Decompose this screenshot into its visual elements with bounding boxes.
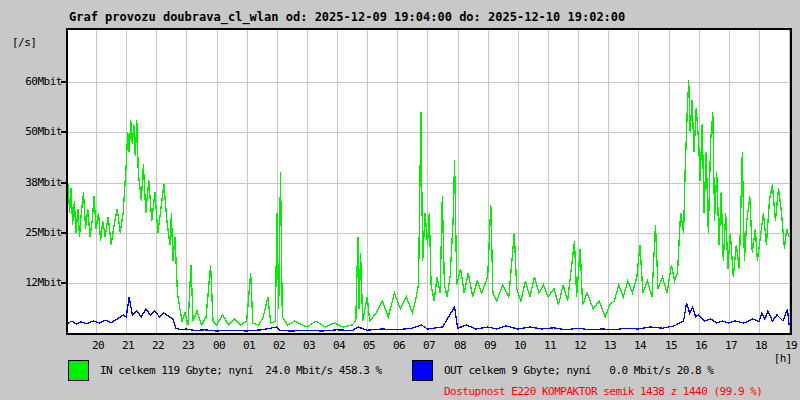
plot-area	[66, 28, 792, 335]
x-axis-label: 18	[747, 340, 775, 352]
y-axis-label: 12Mbit	[0, 277, 62, 289]
y-axis-tick	[61, 131, 66, 133]
x-axis-label: 09	[476, 340, 504, 352]
x-axis-label: 15	[657, 340, 685, 352]
y-axis-unit-label: [/s]	[12, 36, 37, 49]
x-axis-label: 03	[295, 340, 323, 352]
x-axis-label: 04	[325, 340, 353, 352]
x-axis-label: 22	[144, 340, 172, 352]
out-legend-swatch	[412, 360, 433, 381]
x-axis-label: 21	[114, 340, 142, 352]
in-legend-label: IN celkem 119 Gbyte; nyní 24.0 Mbit/s 45…	[100, 364, 382, 377]
y-axis-tick	[61, 282, 66, 284]
x-axis-label: 10	[506, 340, 534, 352]
in-legend-swatch	[68, 360, 89, 381]
x-axis-label: 05	[355, 340, 383, 352]
traffic-plot-svg	[68, 30, 790, 333]
x-axis-label: 13	[596, 340, 624, 352]
x-axis-label: 11	[536, 340, 564, 352]
x-axis-label: 19	[777, 340, 800, 352]
y-axis-tick	[61, 81, 66, 83]
x-axis-label: 16	[687, 340, 715, 352]
series-out-line	[68, 297, 789, 331]
y-axis-label: 38Mbit	[0, 177, 62, 189]
y-axis-label: 60Mbit	[0, 76, 62, 88]
x-axis-label: 23	[174, 340, 202, 352]
x-axis-label: 20	[84, 340, 112, 352]
x-axis-label: 00	[205, 340, 233, 352]
availability-label: Dostupnost E220 KOMPAKTOR semik 1438 z 1…	[444, 385, 762, 398]
x-axis-label: 17	[717, 340, 745, 352]
x-axis-label: 08	[446, 340, 474, 352]
x-axis-label: 14	[626, 340, 654, 352]
x-axis-unit-label: [h]	[758, 352, 792, 365]
graph-title: Graf provozu doubrava_cl_wlan od: 2025-1…	[69, 10, 625, 24]
x-axis-label: 07	[415, 340, 443, 352]
y-axis-label: 50Mbit	[0, 126, 62, 138]
out-legend-label: OUT celkem 9 Gbyte; nyní 0.0 Mbit/s 20.8…	[444, 364, 713, 377]
series-in-line	[68, 80, 789, 327]
x-axis-label: 12	[566, 340, 594, 352]
y-axis-tick	[61, 182, 66, 184]
x-axis-label: 01	[235, 340, 263, 352]
x-axis-label: 02	[265, 340, 293, 352]
x-axis-label: 06	[385, 340, 413, 352]
traffic-graph-page: Graf provozu doubrava_cl_wlan od: 2025-1…	[0, 0, 800, 400]
y-axis-label: 25Mbit	[0, 227, 62, 239]
y-axis-tick	[61, 232, 66, 234]
